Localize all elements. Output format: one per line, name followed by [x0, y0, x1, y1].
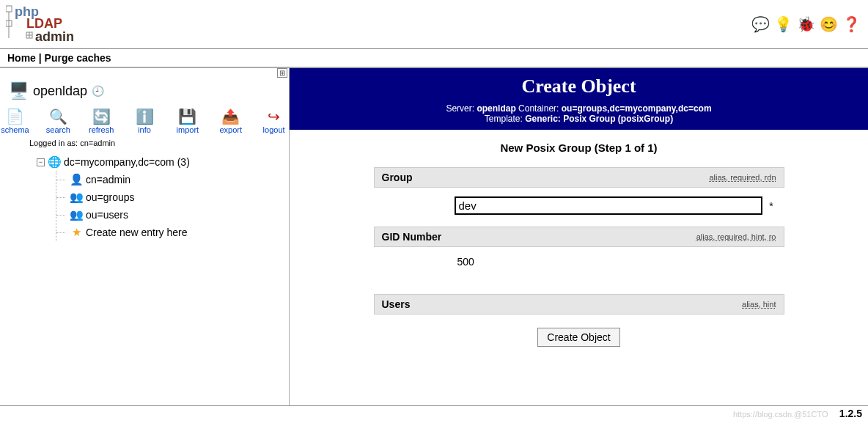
header: php LDAP admin 💬 💡 🐞 😊 ❓: [0, 0, 868, 49]
meta-template-value: Generic: Posix Group (posixGroup): [525, 114, 673, 124]
search-icon: 🔍: [49, 108, 67, 125]
logged-in-label: Logged in as:: [29, 139, 80, 147]
toolbar-search[interactable]: 🔍search: [43, 108, 73, 134]
nav-home[interactable]: Home: [7, 52, 36, 64]
toolbar-label: info: [138, 125, 151, 134]
group-input[interactable]: [455, 196, 762, 215]
star-icon: ★: [70, 226, 83, 239]
smiley-icon[interactable]: 😊: [820, 15, 838, 33]
tree-node-label: ou=groups: [86, 191, 135, 203]
sidebar: ⊞ 🖥️ openldap 🕘 📄schema 🔍search 🔄refresh…: [0, 68, 290, 405]
field-hints: alias, required, rdn: [709, 173, 776, 182]
logged-in-user: cn=admin: [80, 139, 115, 147]
title-meta-line2: Template: Generic: Posix Group (posixGro…: [290, 114, 868, 124]
toolbar-label: import: [177, 125, 199, 134]
meta-label: Container:: [516, 103, 562, 114]
version-label: 1.2.5: [839, 408, 862, 419]
svg-text:admin: admin: [35, 29, 74, 44]
toolbar-schema[interactable]: 📄schema: [0, 108, 30, 134]
info-icon: ℹ️: [136, 108, 154, 125]
globe-icon: 🌐: [48, 155, 61, 169]
nav-purge-caches[interactable]: Purge caches: [45, 52, 111, 64]
export-icon: 📤: [221, 108, 240, 125]
sidebar-toolbar: 📄schema 🔍search 🔄refresh ℹ️info 💾import …: [0, 105, 289, 136]
svg-text:LDAP: LDAP: [26, 16, 62, 31]
tree-node-admin[interactable]: 👤 cn=admin: [61, 171, 289, 188]
field-hints: alias, required, hint, ro: [696, 232, 776, 241]
bug-icon[interactable]: 🐞: [797, 15, 815, 33]
tree-node-groups[interactable]: 👥 ou=groups: [61, 188, 289, 206]
clock-icon: 🕘: [92, 85, 104, 97]
content-pane: Create Object Server: openldap Container…: [290, 68, 868, 405]
svg-rect-0: [6, 6, 12, 12]
logo-area: php LDAP admin: [6, 3, 87, 45]
tree-node-create-new[interactable]: ★ Create new entry here: [61, 224, 289, 241]
help-icon[interactable]: ❓: [842, 15, 861, 33]
tree-root-label: dc=mycompany,dc=com: [64, 156, 174, 168]
tree-children: 👤 cn=admin 👥 ou=groups 👥 ou=users ★ Crea…: [56, 171, 289, 241]
create-object-button[interactable]: Create Object: [537, 328, 619, 347]
tree-root[interactable]: − 🌐 dc=mycompany,dc=com (3): [37, 153, 289, 171]
meta-label: Template:: [485, 114, 525, 124]
toolbar-info[interactable]: ℹ️info: [130, 108, 160, 134]
toolbar-refresh[interactable]: 🔄refresh: [87, 108, 117, 134]
tree-node-label: ou=users: [86, 209, 128, 221]
form-area: Group alias, required, rdn * GID Number …: [374, 167, 784, 354]
app-logo: php LDAP admin: [6, 3, 87, 45]
tree-node-users[interactable]: 👥 ou=users: [61, 206, 289, 224]
meta-label: Server:: [446, 103, 477, 114]
field-header-gid: GID Number alias, required, hint, ro: [374, 227, 784, 247]
field-hints: alias, hint: [742, 300, 776, 309]
toolbar-import[interactable]: 💾import: [172, 108, 202, 134]
toolbar-export[interactable]: 📤export: [216, 108, 246, 134]
main-area: ⊞ 🖥️ openldap 🕘 📄schema 🔍search 🔄refresh…: [0, 67, 868, 405]
nav-separator: |: [39, 52, 45, 64]
field-header-group: Group alias, required, rdn: [374, 167, 784, 188]
minus-icon[interactable]: −: [37, 158, 45, 166]
title-meta-line1: Server: openldap Container: ou=groups,dc…: [290, 103, 868, 114]
content-title-bar: Create Object Server: openldap Container…: [290, 68, 868, 130]
field-body-group: *: [374, 188, 784, 227]
field-label: Users: [382, 298, 411, 310]
toolbar-label: schema: [1, 125, 29, 134]
step-title: New Posix Group (Step 1 of 1): [290, 130, 868, 167]
header-icons: 💬 💡 🐞 😊 ❓: [751, 15, 861, 33]
server-title: 🖥️ openldap 🕘: [0, 68, 289, 105]
toolbar-logout[interactable]: ↪logout: [259, 108, 289, 134]
logout-icon: ↪: [268, 108, 280, 125]
gid-value: 500: [455, 256, 474, 268]
toolbar-label: logout: [263, 125, 285, 134]
tree-root-count: (3): [177, 156, 190, 168]
footer: https://blog.csdn.@51CTO 1.2.5: [0, 405, 868, 421]
toolbar-label: export: [219, 125, 242, 134]
field-header-users: Users alias, hint: [374, 294, 784, 315]
meta-container-value: ou=groups,dc=mycompany,dc=com: [562, 103, 712, 114]
logged-in-status: Logged in as: cn=admin: [0, 136, 289, 153]
server-name: openldap: [33, 84, 87, 99]
watermark-text: https://blog.csdn.@51CTO: [733, 410, 828, 419]
submit-row: Create Object: [374, 315, 784, 354]
toolbar-label: search: [46, 125, 70, 134]
ldap-tree: − 🌐 dc=mycompany,dc=com (3) 👤 cn=admin 👥…: [0, 153, 289, 241]
person-icon: 👤: [70, 173, 83, 186]
feedback-icon[interactable]: 💬: [751, 15, 770, 33]
meta-server-value: openldap: [477, 103, 515, 114]
import-icon: 💾: [178, 108, 196, 125]
group-icon: 👥: [70, 208, 83, 221]
sidebar-expand-icon[interactable]: ⊞: [277, 68, 287, 78]
toolbar-label: refresh: [89, 125, 114, 134]
field-body-gid: 500: [374, 247, 784, 279]
refresh-icon: 🔄: [92, 108, 111, 125]
tip-icon[interactable]: 💡: [774, 15, 792, 33]
server-icon: 🖥️: [9, 81, 29, 100]
tree-node-label: Create new entry here: [86, 227, 188, 238]
field-label: Group: [382, 172, 413, 183]
tree-node-label: cn=admin: [86, 174, 130, 185]
top-nav: Home | Purge caches: [0, 49, 868, 67]
field-label: GID Number: [382, 231, 442, 243]
document-icon: 📄: [6, 108, 24, 125]
required-asterisk: *: [769, 200, 773, 212]
group-icon: 👥: [70, 191, 83, 204]
page-title: Create Object: [290, 76, 868, 98]
